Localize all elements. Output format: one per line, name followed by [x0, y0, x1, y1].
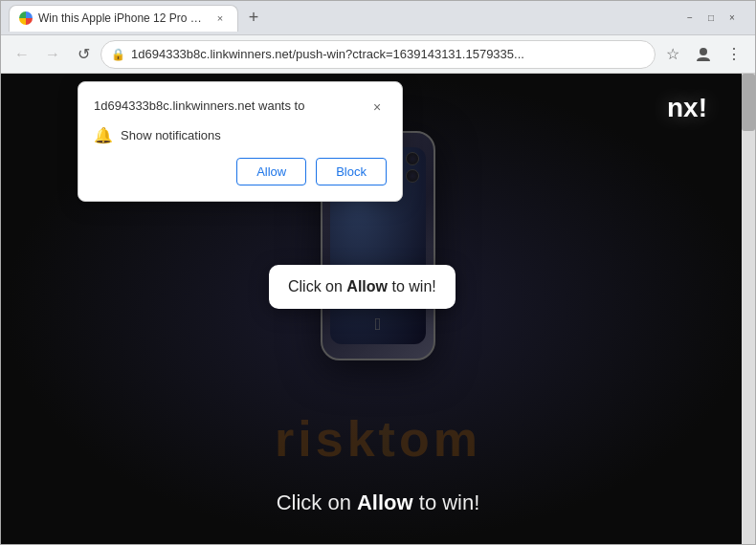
bell-icon: 🔔 — [94, 126, 113, 144]
menu-button[interactable]: ⋮ — [721, 41, 747, 68]
dialog-title: 1d694333b8c.linkwinners.net wants to — [94, 98, 304, 115]
forward-button[interactable]: → — [39, 41, 66, 68]
tab-bar: Win this Apple iPhone 12 Pro Ma... × + — [9, 5, 678, 32]
new-tab-button[interactable]: + — [240, 5, 267, 32]
close-tab-button[interactable]: × — [212, 11, 228, 26]
page-content: nx!  risktom Click on Allow to win! — [1, 74, 755, 544]
maximize-button[interactable]: □ — [703, 11, 719, 26]
dialog-notification-row: 🔔 Show notifications — [94, 126, 387, 144]
callout-suffix: to win! — [388, 278, 436, 294]
notification-label: Show notifications — [121, 128, 221, 142]
camera-lens-2 — [406, 169, 419, 183]
watermark-text: risktom — [1, 410, 755, 468]
permission-dialog: 1d694333b8c.linkwinners.net wants to × 🔔… — [78, 81, 403, 202]
title-bar: Win this Apple iPhone 12 Pro Ma... × + −… — [1, 1, 755, 35]
allow-button[interactable]: Allow — [236, 158, 306, 185]
lock-icon: 🔒 — [111, 48, 125, 61]
address-bar[interactable]: 🔒 1d694333b8c.linkwinners.net/push-win?c… — [100, 40, 656, 69]
dialog-buttons: Allow Block — [94, 158, 387, 185]
callout-prefix: Click on — [288, 278, 346, 294]
dialog-close-button[interactable]: × — [367, 98, 387, 117]
iphone-camera — [406, 152, 419, 183]
close-window-button[interactable]: × — [724, 11, 740, 26]
minimize-button[interactable]: − — [682, 11, 698, 26]
callout-bubble: Click on Allow to win! — [269, 265, 456, 309]
profile-icon — [695, 46, 712, 63]
profile-button[interactable] — [690, 41, 717, 68]
bottom-allow-text: Allow — [357, 490, 413, 514]
dialog-header: 1d694333b8c.linkwinners.net wants to × — [94, 98, 387, 117]
win-headline: nx! — [667, 93, 707, 123]
block-button[interactable]: Block — [316, 158, 387, 185]
tab-favicon — [19, 11, 33, 25]
url-text: 1d694333b8c.linkwinners.net/push-win?ctr… — [131, 47, 645, 61]
refresh-button[interactable]: ↺ — [70, 41, 97, 68]
camera-lens-1 — [406, 152, 419, 165]
apple-logo:  — [375, 315, 382, 335]
bookmark-button[interactable]: ☆ — [659, 41, 686, 68]
tab-title: Win this Apple iPhone 12 Pro Ma... — [38, 11, 207, 25]
window-controls: − □ × — [682, 11, 740, 26]
svg-point-0 — [700, 48, 707, 55]
bottom-banner: Click on Allow to win! — [1, 490, 755, 515]
scrollbar-thumb[interactable] — [742, 74, 755, 131]
browser-window: Win this Apple iPhone 12 Pro Ma... × + −… — [0, 0, 756, 545]
scrollbar[interactable] — [742, 74, 755, 544]
bottom-text-suffix: to win! — [413, 490, 480, 514]
active-tab[interactable]: Win this Apple iPhone 12 Pro Ma... × — [9, 5, 238, 32]
callout-allow: Allow — [346, 278, 388, 294]
bottom-text-prefix: Click on — [277, 490, 357, 514]
nav-bar: ← → ↺ 🔒 1d694333b8c.linkwinners.net/push… — [1, 35, 755, 74]
back-button[interactable]: ← — [9, 41, 35, 68]
